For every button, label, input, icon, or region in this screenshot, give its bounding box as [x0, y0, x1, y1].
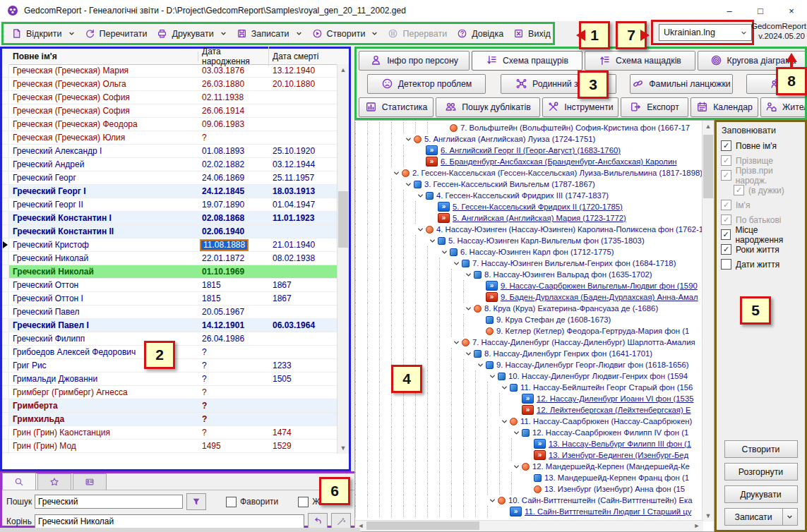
- search-input[interactable]: [35, 495, 183, 509]
- person-name-cell[interactable]: Гримберта: [9, 401, 198, 411]
- male-person-icon[interactable]: [522, 429, 530, 437]
- birth-date-cell[interactable]: 26.04.1986: [198, 334, 269, 344]
- root-person-input[interactable]: [35, 514, 304, 528]
- вихід-toolbar-button[interactable]: Вихід: [508, 25, 556, 42]
- birth-date-cell[interactable]: 02.08.1868: [198, 213, 269, 223]
- table-row[interactable]: Греческий Николай22.01.187208.02.1938: [2, 252, 337, 265]
- person-name-cell[interactable]: Греческий Николай: [9, 253, 198, 263]
- tree-node-label[interactable]: 6. Английский Георг II (Георг-Август) (1…: [441, 146, 621, 155]
- tree-node[interactable]: 11. Нассау-Саарбрюкен (Нассау-Саарбрюкен…: [355, 416, 703, 427]
- table-row[interactable]: Гримберта?: [2, 399, 337, 413]
- jump-link-icon[interactable]: »: [510, 507, 522, 516]
- search-tab-search[interactable]: [2, 473, 36, 490]
- tree-node[interactable]: 7. Вольфштейн (Вольфштейн) София-Кристин…: [355, 122, 703, 133]
- tree-node[interactable]: »6. Бранденбург-Ансбахская (Бранденбург-…: [355, 156, 703, 167]
- death-date-cell[interactable]: 03.12.1944: [269, 159, 334, 169]
- tab-статистика[interactable]: Статистика: [359, 97, 434, 117]
- birth-date-cell[interactable]: ?: [198, 428, 269, 437]
- tree-node-label[interactable]: 3. Гессен-Кассельский Вильгельм (1787-18…: [424, 180, 595, 188]
- tree-node-label[interactable]: 4. Гессен-Кассельский Фридрих III (1747-…: [436, 191, 609, 200]
- tab-інфо-про-персону[interactable]: Інфо про персону: [359, 51, 470, 71]
- tree-horizontal-scrollbar[interactable]: ◄ ►: [355, 520, 703, 531]
- birth-date-cell[interactable]: 26.03.1880: [198, 79, 269, 89]
- table-row[interactable]: Гримхильда?: [2, 413, 337, 426]
- table-row[interactable]: Греческая (Греческая) Юлия?: [2, 131, 337, 145]
- death-date-cell[interactable]: 01.04.1947: [269, 200, 334, 210]
- death-date-cell[interactable]: 11.01.1923: [269, 213, 334, 223]
- tree-node-label[interactable]: 7. Вольфштейн (Вольфштейн) София-Кристин…: [460, 123, 690, 132]
- person-name-cell[interactable]: Греческий Андрей: [9, 159, 198, 169]
- tree-node[interactable]: »6. Английский Георг II (Георг-Август) (…: [355, 145, 703, 156]
- female-person-icon[interactable]: [414, 135, 422, 143]
- tab-детектор-проблем[interactable]: Детектор проблем: [367, 74, 486, 94]
- table-row[interactable]: Греческий Георг I24.12.184518.03.1913: [2, 185, 337, 198]
- tree-node[interactable]: 13. Изенбург (Изенбург) Анна фон (15: [355, 483, 703, 495]
- table-row[interactable]: Греческий Георг II19.07.189001.04.1947: [2, 198, 337, 212]
- друкувати-toolbar-button[interactable]: Друкувати: [152, 25, 231, 42]
- tree-node[interactable]: »5. Английская (Английская) Мария (1723-…: [355, 212, 703, 224]
- tree-node[interactable]: »13. Нассау-Вельбург Филипп III фон (1: [355, 438, 703, 449]
- tree-node[interactable]: 8. Круа (Круа) Екатерина-Франсуаза де (-…: [355, 303, 703, 314]
- tree-node-label[interactable]: 12. Мандершейд-Керпен (Мандершейд-Ке: [532, 462, 690, 471]
- table-row[interactable]: Гримберг (Гримберг) Агнесса?: [2, 386, 337, 399]
- записати-toolbar-button[interactable]: Записати: [232, 25, 307, 42]
- column-header-deathdate[interactable]: Дата смерті: [269, 52, 337, 61]
- tree-node[interactable]: »9. Баден-Дурлахская (Баден-Дурлахская) …: [355, 291, 703, 303]
- birth-date-cell[interactable]: 24.06.1869: [198, 173, 269, 183]
- записати-sidebar-button[interactable]: Записати: [724, 508, 798, 526]
- male-person-icon[interactable]: [414, 181, 422, 188]
- jump-link-icon[interactable]: »: [534, 450, 546, 460]
- column-header-birthdate[interactable]: Дата народження: [198, 47, 269, 66]
- male-person-icon[interactable]: [438, 237, 446, 245]
- birth-date-cell[interactable]: 01.10.1969: [198, 267, 269, 277]
- male-person-icon[interactable]: [462, 260, 470, 267]
- tree-node[interactable]: 13. Мандершейд-Керпен Франц фон (1: [355, 472, 703, 483]
- expand-collapse-icon[interactable]: [475, 362, 486, 368]
- birth-date-cell[interactable]: ?: [198, 133, 269, 143]
- tree-node-label[interactable]: 13. Изенбург-Бединген (Изенбург-Бед: [549, 451, 688, 459]
- search-tab-star[interactable]: [37, 473, 71, 490]
- tree-node[interactable]: 6. Нассау-Юзинген Карл фон (1712-1775): [355, 246, 703, 258]
- chevron-down-icon[interactable]: [371, 30, 378, 37]
- tree-node-label[interactable]: 8. Нассау-Юзинген Вальрад фон (1635-1702…: [484, 270, 652, 279]
- birth-date-cell[interactable]: 26.06.1914: [198, 106, 269, 116]
- checkbox-box[interactable]: [721, 259, 731, 270]
- створити-sidebar-button[interactable]: Створити: [724, 440, 798, 458]
- death-date-cell[interactable]: 1474: [269, 428, 334, 437]
- tree-node-label[interactable]: 13. Мандершейд-Керпен Франц фон (1: [544, 473, 689, 482]
- tree-node[interactable]: 4. Нассау-Юзинген (Нассау-Юзинген) Карол…: [355, 224, 703, 235]
- death-date-cell[interactable]: 20.10.1880: [269, 79, 334, 89]
- jump-link-icon[interactable]: »: [534, 439, 546, 449]
- chevron-down-icon[interactable]: [782, 509, 797, 525]
- tree-node[interactable]: 5. Нассау-Юзинген Карл-Вильгельм фон (17…: [355, 235, 703, 246]
- tree-node-label[interactable]: 8. Нассау-Диленбург Генрих фон (1641-170…: [484, 349, 652, 358]
- table-row[interactable]: Греческий Николай01.10.1969: [2, 265, 337, 279]
- person-name-cell[interactable]: Греческий Константин I: [9, 213, 198, 223]
- table-row[interactable]: Греческий Павел20.05.1967: [2, 306, 337, 319]
- scroll-up-icon[interactable]: ▲: [337, 64, 349, 75]
- tree-node[interactable]: »13. Изенбург-Бединген (Изенбург-Бед: [355, 449, 703, 461]
- birth-date-cell[interactable]: ?: [198, 347, 269, 357]
- розгорнути-sidebar-button[interactable]: Розгорнути: [724, 463, 798, 480]
- birth-date-cell[interactable]: 02.06.1940: [198, 226, 269, 236]
- person-name-cell[interactable]: Греческая (Греческая) Мария: [9, 66, 198, 75]
- tree-node[interactable]: 12. Нассау-Саарбрюкен Филипп IV фон (1: [355, 427, 703, 438]
- female-person-icon[interactable]: [402, 169, 410, 177]
- birth-date-cell[interactable]: 1815: [198, 280, 269, 290]
- person-name-cell[interactable]: Греческая (Греческая) Ольга: [9, 79, 198, 89]
- female-person-icon[interactable]: [498, 497, 506, 504]
- birth-date-cell[interactable]: 01.08.1893: [198, 146, 269, 156]
- tree-node[interactable]: »9. Нассау-Саарбрюкен Вильгельм-Людвиг ф…: [355, 280, 703, 291]
- table-vertical-scrollbar[interactable]: ▲ ▼: [337, 64, 349, 454]
- birth-date-cell[interactable]: 24.12.1845: [198, 186, 269, 196]
- expand-collapse-icon[interactable]: [487, 373, 498, 380]
- person-name-cell[interactable]: Гримберг (Гримберг) Агнесса: [9, 387, 198, 397]
- table-row[interactable]: Греческий Георг24.06.186925.11.1957: [2, 171, 337, 185]
- person-name-cell[interactable]: Греческий Кристоф: [9, 240, 198, 250]
- person-name-cell[interactable]: Греческий Георг II: [9, 200, 198, 210]
- person-name-cell[interactable]: Греческий Александр I: [9, 146, 198, 156]
- expand-collapse-icon[interactable]: [511, 464, 522, 470]
- checkbox-box[interactable]: ✓: [721, 140, 731, 151]
- tree-node-label[interactable]: 7. Нассау-Диленбург (Нассау-Диленбург) Ш…: [472, 338, 695, 346]
- death-date-cell[interactable]: 25.11.1957: [269, 173, 334, 183]
